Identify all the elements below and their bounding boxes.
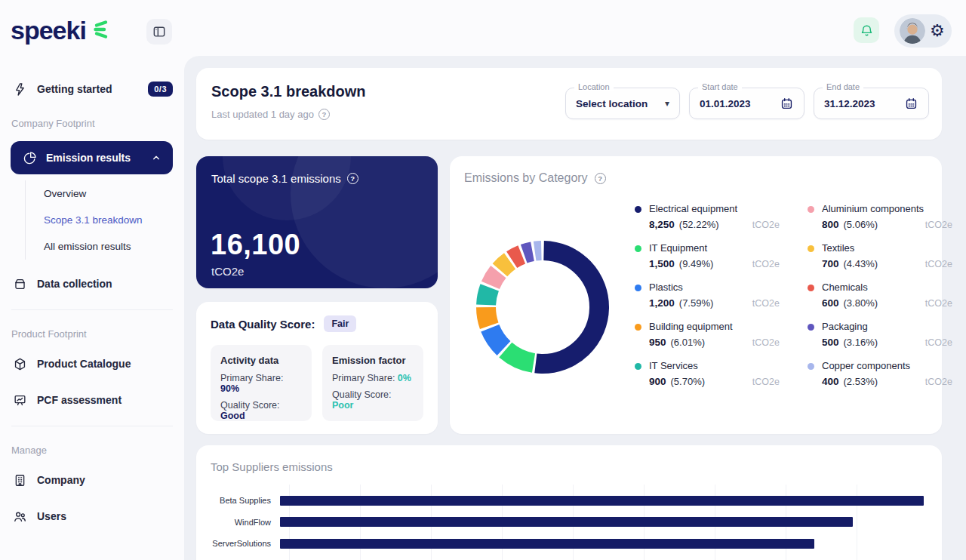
legend-unit: tCO2e [925, 337, 952, 348]
donut-legend: Electrical equipment8,250(52.22%)tCO2eIT… [635, 202, 962, 387]
start-date-value: 01.01.2023 [700, 98, 751, 109]
legend-percent: (5.70%) [671, 376, 706, 387]
legend-item[interactable]: IT Services900(5.70%)tCO2e [635, 358, 789, 387]
caret-down-icon: ▾ [665, 98, 669, 109]
location-select[interactable]: Location Select location ▾ [565, 88, 680, 119]
section-label-manage: Manage [11, 445, 173, 456]
legend-item[interactable]: Electrical equipment8,250(52.22%)tCO2e [635, 202, 789, 230]
legend-unit: tCO2e [752, 259, 780, 269]
location-label: Location [574, 82, 614, 91]
supplier-bar-row: ServerSolutions [211, 538, 924, 549]
legend-unit: tCO2e [925, 259, 952, 269]
legend-label: Packaging [822, 319, 868, 334]
user-menu[interactable]: ⚙ [894, 14, 952, 48]
legend-item[interactable]: Plastics1,200(7.59%)tCO2e [635, 280, 789, 309]
calendar-icon[interactable] [904, 97, 918, 111]
getting-started-label: Getting started [37, 83, 112, 95]
activity-quality-score: Quality Score: Good [220, 400, 302, 421]
donut-chart [467, 232, 618, 383]
quality-score-value: Good [220, 411, 245, 421]
supplier-bar[interactable] [280, 496, 924, 506]
supplier-bar-track [280, 539, 924, 549]
legend-item[interactable]: Textiles700(4.43%)tCO2e [808, 241, 962, 269]
sidebar-subitem-overview[interactable]: Overview [26, 180, 173, 207]
top-suppliers-card: Top Suppliers emissions Beta SuppliesWin… [196, 445, 942, 560]
archive-icon [11, 277, 28, 291]
users-label: Users [37, 510, 66, 522]
end-date-value: 31.12.2023 [824, 98, 875, 109]
sidebar-subitem-all-emission-results[interactable]: All emission results [26, 233, 173, 260]
sidebar-item-data-collection[interactable]: Data collection [11, 272, 173, 296]
help-icon[interactable]: ? [318, 109, 330, 120]
legend-value: 500 [822, 337, 839, 348]
sidebar-toggle-button[interactable] [146, 19, 172, 45]
quality-score-value: Poor [332, 400, 353, 411]
bell-icon [860, 23, 874, 38]
brand-logo[interactable]: speeki [11, 15, 109, 45]
total-emissions-title-text: Total scope 3.1 emissions [211, 172, 341, 185]
legend-percent: (9.49%) [679, 258, 714, 269]
legend-dot-icon [808, 245, 814, 252]
section-label-product-footprint: Product Footprint [11, 328, 173, 340]
legend-item[interactable]: IT Equipment1,500(9.49%)tCO2e [635, 241, 789, 269]
supplier-label: Beta Supplies [211, 496, 280, 505]
sidebar: Getting started 0/3 Company Footprint Em… [0, 65, 184, 528]
legend-item[interactable]: Building equipment950(6.01%)tCO2e [635, 319, 789, 348]
sidebar-divider [11, 309, 173, 310]
legend-label: Aluminium components [822, 202, 924, 217]
legend-percent: (3.80%) [844, 297, 878, 309]
data-quality-title: Data Quality Score: [211, 318, 315, 331]
legend-value: 900 [649, 376, 666, 387]
legend-percent: (52.22%) [679, 219, 719, 230]
emissions-by-category-card: Emissions by Category ? Electrical equip… [450, 156, 942, 434]
legend-item[interactable]: Copper components400(2.53%)tCO2e [808, 358, 962, 387]
legend-percent: (2.53%) [844, 376, 878, 387]
help-icon[interactable]: ? [595, 173, 606, 184]
legend-item[interactable]: Aluminium components800(5.06%)tCO2e [808, 202, 962, 230]
legend-dot-icon [635, 245, 641, 252]
settings-gear-icon[interactable]: ⚙ [930, 23, 945, 39]
supplier-bar[interactable] [280, 517, 853, 527]
chevron-up-icon [150, 152, 162, 164]
legend-label: IT Services [649, 358, 698, 374]
primary-share-value: 0% [398, 373, 411, 383]
calendar-icon[interactable] [780, 97, 794, 111]
legend-dot-icon [808, 206, 814, 213]
legend-label: Electrical equipment [649, 202, 737, 217]
legend-item[interactable]: Packaging500(3.16%)tCO2e [808, 319, 962, 348]
supplier-bar[interactable] [280, 539, 814, 549]
brand-spark-icon [90, 18, 109, 41]
page-title: Scope 3.1 breakdown [211, 83, 366, 100]
supplier-bar-row: WindFlow [211, 517, 924, 528]
notifications-button[interactable] [854, 17, 879, 43]
legend-label: Building equipment [649, 319, 733, 334]
legend-dot-icon [808, 285, 814, 291]
sidebar-subitem-scope-breakdown[interactable]: Scope 3.1 breakdown [26, 207, 173, 233]
legend-label: IT Equipment [649, 241, 707, 256]
category-card-title-text: Emissions by Category [464, 171, 588, 185]
legend-value: 1,200 [649, 297, 675, 309]
sidebar-item-pcf-assessment[interactable]: PCF assessment [11, 388, 173, 412]
legend-unit: tCO2e [925, 298, 952, 309]
sidebar-item-getting-started[interactable]: Getting started 0/3 [11, 78, 173, 100]
help-icon[interactable]: ? [347, 173, 358, 184]
sidebar-item-emission-results[interactable]: Emission results [11, 141, 173, 174]
emission-primary-share: Primary Share: 0% [332, 373, 414, 383]
emission-quality-score: Quality Score: Poor [332, 389, 414, 411]
primary-share-label: Primary Share: [332, 373, 395, 383]
end-date-input[interactable]: End date 31.12.2023 [814, 88, 929, 119]
pcf-assessment-label: PCF assessment [37, 394, 122, 406]
package-icon [11, 357, 28, 371]
activity-data-title: Activity data [220, 355, 302, 366]
legend-dot-icon [635, 285, 641, 291]
avatar[interactable] [900, 18, 925, 44]
legend-unit: tCO2e [925, 377, 952, 387]
primary-share-value: 90% [220, 383, 239, 394]
sidebar-item-company[interactable]: Company [11, 468, 173, 492]
data-quality-card: Data Quality Score: Fair Activity data P… [196, 302, 438, 434]
start-date-label: Start date [698, 82, 742, 91]
start-date-input[interactable]: Start date 01.01.2023 [689, 88, 804, 119]
sidebar-item-users[interactable]: Users [11, 504, 173, 528]
legend-item[interactable]: Chemicals600(3.80%)tCO2e [808, 280, 962, 309]
sidebar-item-product-catalogue[interactable]: Product Catalogue [11, 352, 173, 376]
